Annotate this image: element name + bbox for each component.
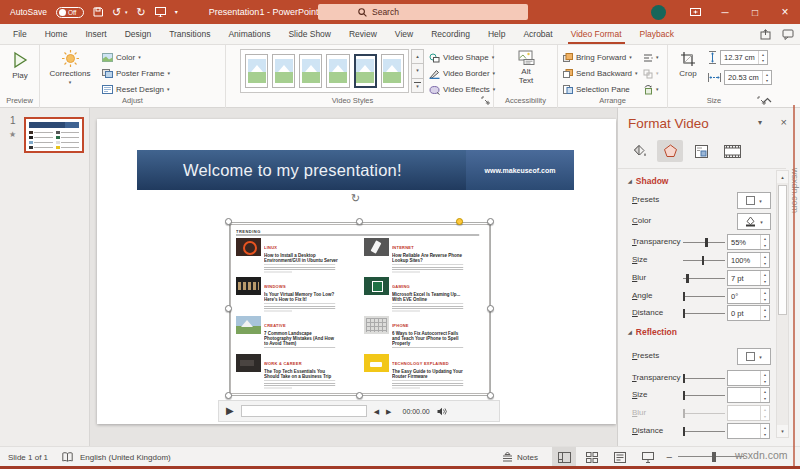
gallery-up-icon[interactable]: ▴ [411,49,424,64]
tab-home[interactable]: Home [36,24,77,44]
resize-handle-bottom-center[interactable] [356,392,363,399]
angle-slider[interactable] [683,296,725,297]
video-shape-button[interactable]: Video Shape ▾ [429,51,494,64]
video-style-thumb[interactable] [272,54,295,88]
spin-up-icon[interactable]: ▴ [761,388,769,395]
effects-tab[interactable] [657,140,683,162]
reset-design-button[interactable]: Reset Design ▾ [102,83,170,96]
undo-icon[interactable]: ↺ [112,7,121,18]
panel-scrollbar[interactable]: ▴ ▾ [776,170,789,438]
reading-view-button[interactable] [608,447,632,467]
distance-slider[interactable] [683,431,725,432]
size-spinner[interactable]: ▴▾ [727,387,770,403]
account-avatar[interactable] [651,5,666,20]
selection-pane-button[interactable]: Selection Pane [563,83,630,96]
spin-up-icon[interactable]: ▴ [761,271,769,278]
reflection-presets-dropdown[interactable]: ▾ [737,348,771,365]
resize-handle-middle-left[interactable] [225,305,232,312]
spin-up-icon[interactable]: ▴ [761,253,769,260]
tab-slide-show[interactable]: Slide Show [279,24,340,44]
video-tab[interactable] [719,140,745,162]
share-icon[interactable] [760,29,772,40]
comments-icon[interactable] [782,29,794,40]
spin-up-icon[interactable]: ▴ [761,371,769,378]
transparency-spinner[interactable]: 55%▴▾ [727,234,770,250]
close-button[interactable]: × [770,0,800,24]
zoom-out-button[interactable]: − [666,447,672,467]
tab-view[interactable]: View [386,24,422,44]
distance-spinner[interactable]: ▴▾ [727,423,770,439]
blur-slider[interactable] [683,278,725,279]
resize-handle-bottom-right[interactable] [487,392,494,399]
slide-1-thumbnail[interactable] [24,117,84,153]
spin-up-icon[interactable]: ▴ [761,306,769,313]
tab-file[interactable]: File [4,24,36,44]
width-value[interactable]: 20.53 cm [725,73,762,82]
language-indicator[interactable]: English (United Kingdom) [80,447,171,467]
undo-dropdown-icon[interactable]: ▾ [125,9,128,15]
tab-video-format[interactable]: Video Format [562,24,631,44]
tab-playback[interactable]: Playback [631,24,684,44]
reflection-section-header[interactable]: ◢ Reflection [628,327,677,337]
tab-design[interactable]: Design [116,24,160,44]
scroll-up-icon[interactable]: ▴ [777,171,788,183]
play-button[interactable]: Play [6,51,34,80]
video-step-back-icon[interactable]: ◀ [374,408,379,415]
zoom-slider-thumb[interactable] [712,452,716,462]
spin-up-icon[interactable]: ▴ [761,289,769,296]
tab-recording[interactable]: Recording [422,24,479,44]
tab-animations[interactable]: Animations [219,24,279,44]
fill-line-tab[interactable] [626,140,652,162]
video-border-button[interactable]: Video Border ▾ [429,67,495,80]
rotate-button[interactable]: ▾ [643,83,659,96]
distance-slider[interactable] [683,313,725,314]
start-slideshow-icon[interactable] [155,7,166,17]
redo-icon[interactable]: ↻ [137,7,146,18]
video-style-thumb[interactable] [326,54,349,88]
slide-sorter-view-button[interactable] [580,447,604,467]
height-down-icon[interactable]: ▾ [759,58,767,65]
group-button[interactable]: ▾ [643,67,659,80]
spin-down-icon[interactable]: ▾ [761,242,769,249]
shadow-section-header[interactable]: ◢ Shadow [628,176,668,186]
bring-forward-button[interactable]: Bring Forward ▾ [563,51,632,64]
resize-handle-top-center[interactable] [356,218,363,225]
width-down-icon[interactable]: ▾ [763,78,771,85]
resize-handle-middle-right[interactable] [487,305,494,312]
resize-handle-top-left[interactable] [225,218,232,225]
size-slider[interactable] [683,260,725,261]
size-properties-tab[interactable] [688,140,714,162]
maximize-button[interactable]: □ [740,0,770,24]
angle-spinner[interactable]: 0°▴▾ [727,288,770,304]
video-style-thumb[interactable] [381,54,404,88]
size-spinner[interactable]: 100%▴▾ [727,252,770,268]
spin-down-icon[interactable]: ▾ [761,313,769,320]
transparency-spinner[interactable]: ▴▾ [727,370,770,386]
scrollbar-thumb[interactable] [778,185,787,315]
video-style-thumb[interactable] [245,54,268,88]
video-effects-button[interactable]: Video Effects ▾ [429,83,495,96]
transparency-slider[interactable] [683,242,725,243]
gallery-more-icon[interactable]: ▾ [411,79,424,93]
spin-down-icon[interactable]: ▾ [761,296,769,303]
video-volume-icon[interactable] [437,407,447,416]
scroll-down-icon[interactable]: ▾ [777,425,788,437]
search-input[interactable]: Search [318,4,528,20]
title-banner[interactable]: Welcome to my presentation! www.makeuseo… [137,150,574,190]
spin-down-icon[interactable]: ▾ [761,378,769,385]
resize-handle-top-right[interactable] [487,218,494,225]
spin-down-icon[interactable]: ▾ [761,395,769,402]
tab-help[interactable]: Help [479,24,514,44]
autosave-toggle[interactable]: Off [56,7,84,18]
tab-insert[interactable]: Insert [76,24,115,44]
spell-check-icon[interactable] [62,447,73,467]
corrections-button[interactable]: Corrections ▾ [44,50,96,85]
slide-show-view-button[interactable] [636,447,660,467]
notes-button[interactable]: Notes [502,447,538,467]
panel-close-icon[interactable]: × [781,116,787,128]
alt-text-button[interactable]: Alt Text [508,50,544,85]
slide[interactable]: Welcome to my presentation! www.makeuseo… [97,119,616,424]
spin-up-icon[interactable]: ▴ [761,235,769,242]
tab-transitions[interactable]: Transitions [160,24,219,44]
tab-review[interactable]: Review [340,24,386,44]
